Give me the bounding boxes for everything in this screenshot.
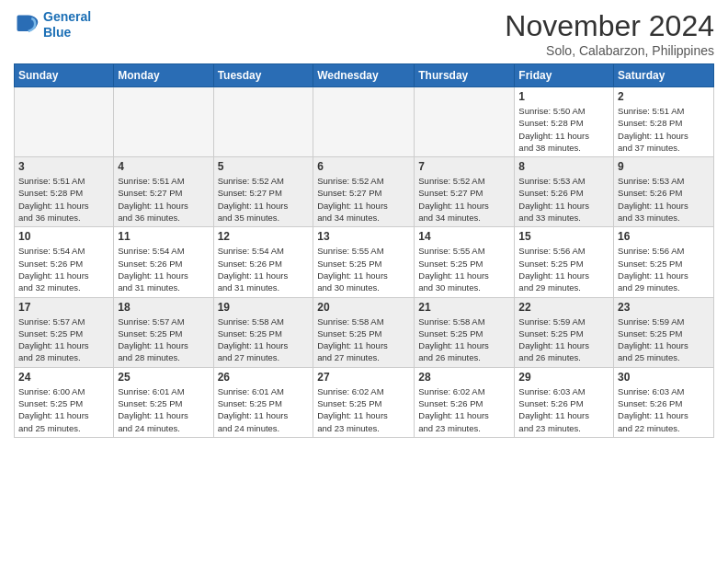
location: Solo, Calabarzon, Philippines [505, 43, 714, 58]
day-info: Sunrise: 5:52 AMSunset: 5:27 PMDaylight:… [317, 175, 410, 224]
title-block: November 2024 Solo, Calabarzon, Philippi… [505, 9, 714, 58]
day-number: 8 [518, 160, 609, 173]
calendar-cell [114, 87, 213, 157]
page-header: General Blue November 2024 Solo, Calabar… [14, 9, 714, 58]
day-number: 24 [18, 371, 109, 384]
day-number: 28 [418, 371, 510, 384]
day-info: Sunrise: 5:57 AMSunset: 5:25 PMDaylight:… [18, 316, 109, 364]
day-info: Sunrise: 5:57 AMSunset: 5:25 PMDaylight:… [118, 316, 209, 364]
calendar-cell: 21Sunrise: 5:58 AMSunset: 5:25 PMDayligh… [415, 297, 515, 367]
day-number: 3 [18, 160, 109, 173]
calendar-cell: 10Sunrise: 5:54 AMSunset: 5:26 PMDayligh… [15, 227, 114, 297]
day-info: Sunrise: 5:50 AMSunset: 5:28 PMDaylight:… [518, 105, 609, 154]
day-number: 19 [218, 301, 310, 314]
day-number: 26 [218, 371, 310, 384]
calendar-cell: 2Sunrise: 5:51 AMSunset: 5:28 PMDaylight… [614, 87, 714, 157]
calendar-week-2: 3Sunrise: 5:51 AMSunset: 5:28 PMDaylight… [15, 157, 714, 227]
day-header-saturday: Saturday [614, 64, 714, 87]
day-header-friday: Friday [515, 64, 614, 87]
day-info: Sunrise: 6:01 AMSunset: 5:25 PMDaylight:… [118, 385, 209, 434]
day-number: 15 [518, 230, 609, 243]
calendar-cell [15, 87, 114, 157]
calendar-week-5: 24Sunrise: 6:00 AMSunset: 5:25 PMDayligh… [15, 367, 714, 437]
day-number: 1 [518, 90, 609, 103]
day-number: 16 [618, 230, 710, 243]
logo: General Blue [14, 9, 91, 40]
logo-text: General Blue [43, 9, 91, 40]
calendar-cell: 28Sunrise: 6:02 AMSunset: 5:26 PMDayligh… [415, 367, 515, 437]
calendar-cell: 27Sunrise: 6:02 AMSunset: 5:25 PMDayligh… [313, 367, 415, 437]
header-row: SundayMondayTuesdayWednesdayThursdayFrid… [15, 64, 714, 87]
calendar-cell: 25Sunrise: 6:01 AMSunset: 5:25 PMDayligh… [114, 367, 213, 437]
day-info: Sunrise: 5:56 AMSunset: 5:25 PMDaylight:… [518, 245, 609, 293]
day-header-thursday: Thursday [415, 64, 515, 87]
day-info: Sunrise: 6:00 AMSunset: 5:25 PMDaylight:… [18, 385, 109, 434]
calendar-cell: 16Sunrise: 5:56 AMSunset: 5:25 PMDayligh… [614, 227, 714, 297]
day-number: 6 [317, 160, 410, 173]
calendar-cell: 14Sunrise: 5:55 AMSunset: 5:25 PMDayligh… [415, 227, 515, 297]
day-number: 11 [118, 230, 209, 243]
calendar-cell: 7Sunrise: 5:52 AMSunset: 5:27 PMDaylight… [415, 157, 515, 227]
logo-icon [14, 12, 40, 38]
day-info: Sunrise: 5:58 AMSunset: 5:25 PMDaylight:… [418, 316, 510, 364]
day-number: 21 [418, 301, 510, 314]
calendar-cell: 4Sunrise: 5:51 AMSunset: 5:27 PMDaylight… [114, 157, 213, 227]
day-number: 9 [618, 160, 710, 173]
day-number: 10 [18, 230, 109, 243]
day-number: 25 [118, 371, 209, 384]
day-number: 14 [418, 230, 510, 243]
day-number: 2 [618, 90, 710, 103]
day-number: 13 [317, 230, 410, 243]
day-number: 22 [518, 301, 609, 314]
day-info: Sunrise: 5:58 AMSunset: 5:25 PMDaylight:… [317, 316, 410, 364]
calendar-cell: 6Sunrise: 5:52 AMSunset: 5:27 PMDaylight… [313, 157, 415, 227]
calendar-cell [213, 87, 313, 157]
day-info: Sunrise: 5:55 AMSunset: 5:25 PMDaylight:… [317, 245, 410, 293]
day-info: Sunrise: 5:52 AMSunset: 5:27 PMDaylight:… [218, 175, 310, 224]
calendar-cell: 20Sunrise: 5:58 AMSunset: 5:25 PMDayligh… [313, 297, 415, 367]
day-info: Sunrise: 5:52 AMSunset: 5:27 PMDaylight:… [418, 175, 510, 224]
calendar-cell [313, 87, 415, 157]
day-header-monday: Monday [114, 64, 213, 87]
day-number: 29 [518, 371, 609, 384]
month-year: November 2024 [505, 9, 714, 43]
calendar-cell: 3Sunrise: 5:51 AMSunset: 5:28 PMDaylight… [15, 157, 114, 227]
day-info: Sunrise: 5:59 AMSunset: 5:25 PMDaylight:… [518, 316, 609, 364]
day-header-sunday: Sunday [15, 64, 114, 87]
day-info: Sunrise: 5:58 AMSunset: 5:25 PMDaylight:… [218, 316, 310, 364]
day-info: Sunrise: 5:54 AMSunset: 5:26 PMDaylight:… [18, 245, 109, 293]
day-number: 30 [618, 371, 710, 384]
day-info: Sunrise: 5:51 AMSunset: 5:28 PMDaylight:… [618, 105, 710, 154]
calendar-week-4: 17Sunrise: 5:57 AMSunset: 5:25 PMDayligh… [15, 297, 714, 367]
calendar-cell: 11Sunrise: 5:54 AMSunset: 5:26 PMDayligh… [114, 227, 213, 297]
calendar-week-3: 10Sunrise: 5:54 AMSunset: 5:26 PMDayligh… [15, 227, 714, 297]
day-header-wednesday: Wednesday [313, 64, 415, 87]
day-number: 7 [418, 160, 510, 173]
calendar-cell: 15Sunrise: 5:56 AMSunset: 5:25 PMDayligh… [515, 227, 614, 297]
calendar-cell: 23Sunrise: 5:59 AMSunset: 5:25 PMDayligh… [614, 297, 714, 367]
calendar-cell: 12Sunrise: 5:54 AMSunset: 5:26 PMDayligh… [213, 227, 313, 297]
calendar-cell: 5Sunrise: 5:52 AMSunset: 5:27 PMDaylight… [213, 157, 313, 227]
day-info: Sunrise: 6:03 AMSunset: 5:26 PMDaylight:… [618, 385, 710, 434]
calendar-cell: 1Sunrise: 5:50 AMSunset: 5:28 PMDaylight… [515, 87, 614, 157]
day-number: 23 [618, 301, 710, 314]
day-info: Sunrise: 5:54 AMSunset: 5:26 PMDaylight:… [218, 245, 310, 293]
calendar-cell: 26Sunrise: 6:01 AMSunset: 5:25 PMDayligh… [213, 367, 313, 437]
calendar-cell: 24Sunrise: 6:00 AMSunset: 5:25 PMDayligh… [15, 367, 114, 437]
calendar-cell: 30Sunrise: 6:03 AMSunset: 5:26 PMDayligh… [614, 367, 714, 437]
day-number: 18 [118, 301, 209, 314]
day-info: Sunrise: 5:56 AMSunset: 5:25 PMDaylight:… [618, 245, 710, 293]
day-info: Sunrise: 5:53 AMSunset: 5:26 PMDaylight:… [618, 175, 710, 224]
day-number: 17 [18, 301, 109, 314]
day-info: Sunrise: 6:03 AMSunset: 5:26 PMDaylight:… [518, 385, 609, 434]
day-info: Sunrise: 5:59 AMSunset: 5:25 PMDaylight:… [618, 316, 710, 364]
day-number: 5 [218, 160, 310, 173]
calendar-cell: 13Sunrise: 5:55 AMSunset: 5:25 PMDayligh… [313, 227, 415, 297]
day-number: 27 [317, 371, 410, 384]
calendar-cell: 19Sunrise: 5:58 AMSunset: 5:25 PMDayligh… [213, 297, 313, 367]
calendar-cell [415, 87, 515, 157]
day-info: Sunrise: 5:51 AMSunset: 5:28 PMDaylight:… [18, 175, 109, 224]
day-info: Sunrise: 6:02 AMSunset: 5:25 PMDaylight:… [317, 385, 410, 434]
day-number: 12 [218, 230, 310, 243]
calendar-cell: 18Sunrise: 5:57 AMSunset: 5:25 PMDayligh… [114, 297, 213, 367]
